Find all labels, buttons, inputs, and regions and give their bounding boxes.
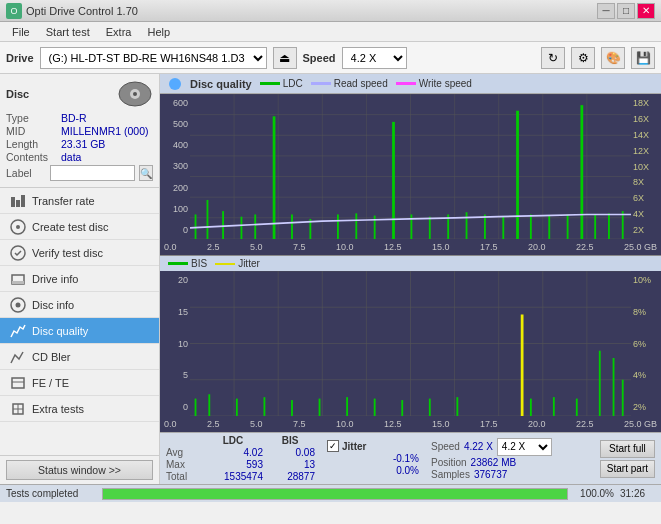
menu-file[interactable]: File — [4, 24, 38, 40]
verify-disc-icon — [10, 245, 26, 261]
svg-rect-91 — [553, 397, 555, 416]
speed-stat-select[interactable]: 4.2 X — [497, 438, 552, 456]
y1-label-600: 600 — [173, 98, 188, 108]
svg-rect-38 — [207, 200, 209, 239]
svg-rect-39 — [222, 211, 224, 239]
maximize-button[interactable]: □ — [617, 3, 635, 19]
svg-rect-93 — [599, 351, 601, 416]
legend-write-label: Write speed — [419, 78, 472, 89]
svg-rect-41 — [254, 214, 256, 239]
avg-ldc: 4.02 — [203, 447, 263, 458]
create-disc-icon — [10, 219, 26, 235]
drive-select[interactable]: (G:) HL-DT-ST BD-RE WH16NS48 1.D3 — [40, 47, 267, 69]
eject-button[interactable]: ⏏ — [273, 47, 297, 69]
chart1-y-axis-right: 18X 16X 14X 12X 10X 8X 6X 4X 2X — [631, 94, 661, 239]
app-icon: O — [6, 3, 22, 19]
menu-start-test[interactable]: Start test — [38, 24, 98, 40]
fe-te-icon — [10, 375, 26, 391]
sidebar-item-disc-info[interactable]: Disc info — [0, 292, 159, 318]
svg-rect-87 — [429, 399, 431, 416]
sidebar-item-drive-info[interactable]: Drive info — [0, 266, 159, 292]
status-window-button[interactable]: Status window >> — [6, 460, 153, 480]
total-ldc: 1535474 — [203, 471, 263, 482]
y1-label-0: 0 — [183, 225, 188, 235]
speed-label: Speed — [303, 52, 336, 64]
nav-label-verify-test-disc: Verify test disc — [32, 247, 103, 259]
content-area: Disc quality LDC Read speed Write speed … — [160, 74, 661, 484]
disc-quality-icon — [10, 323, 26, 339]
status-text: Tests completed — [6, 488, 96, 499]
svg-rect-48 — [392, 122, 395, 239]
menu-extra[interactable]: Extra — [98, 24, 140, 40]
samples-label: Samples — [431, 469, 470, 480]
svg-rect-88 — [456, 397, 458, 416]
y2r-6pct: 6% — [633, 339, 659, 349]
nav-label-transfer-rate: Transfer rate — [32, 195, 95, 207]
save-button[interactable]: 💾 — [631, 47, 655, 69]
svg-rect-53 — [484, 214, 486, 239]
svg-rect-3 — [11, 197, 15, 207]
speed-stat-value: 4.22 X — [464, 441, 493, 452]
write-color — [396, 82, 416, 85]
sidebar-item-cd-bler[interactable]: CD Bler — [0, 344, 159, 370]
label-input[interactable] — [50, 165, 135, 181]
legend-bis: BIS — [168, 258, 207, 269]
legend-jitter: Jitter — [215, 258, 260, 269]
svg-point-2 — [133, 92, 137, 96]
y1r-10x: 10X — [633, 162, 659, 172]
sidebar-item-verify-test-disc[interactable]: Verify test disc — [0, 240, 159, 266]
nav-label-fe-te: FE / TE — [32, 377, 69, 389]
sidebar-item-extra-tests[interactable]: Extra tests — [0, 396, 159, 422]
label-icon-button[interactable]: 🔍 — [139, 165, 153, 181]
legend-jitter-label: Jitter — [238, 258, 260, 269]
app-title: Opti Drive Control 1.70 — [26, 5, 138, 17]
svg-rect-78 — [195, 399, 197, 416]
disc-info-icon — [10, 297, 26, 313]
svg-rect-89 — [521, 315, 524, 417]
sidebar-item-disc-quality[interactable]: Disc quality — [0, 318, 159, 344]
jitter-checkbox[interactable]: ✓ — [327, 440, 339, 452]
svg-rect-86 — [401, 400, 403, 416]
y2r-8pct: 8% — [633, 307, 659, 317]
menu-help[interactable]: Help — [139, 24, 178, 40]
mid-value: MILLENMR1 (000) — [61, 125, 153, 137]
nav-items: Transfer rate Create test disc Verify te… — [0, 188, 159, 455]
chart1-main — [190, 94, 631, 239]
svg-point-12 — [16, 302, 21, 307]
type-label: Type — [6, 112, 61, 124]
stats-bar: LDC BIS Avg 4.02 0.08 Max 593 13 Total 1… — [160, 432, 661, 484]
y1r-6x: 6X — [633, 193, 659, 203]
length-label: Length — [6, 138, 61, 150]
svg-rect-50 — [429, 217, 431, 239]
refresh-button[interactable]: ↻ — [541, 47, 565, 69]
disc-panel: Disc Type BD-R MID MILLENMR1 (000) Lengt… — [0, 74, 159, 188]
jitter-header: Jitter — [342, 441, 366, 452]
label-label: Label — [6, 167, 46, 179]
max-ldc: 593 — [203, 459, 263, 470]
sidebar-item-fe-te[interactable]: FE / TE — [0, 370, 159, 396]
svg-rect-10 — [12, 281, 24, 284]
avg-bis: 0.08 — [265, 447, 315, 458]
sidebar-item-create-test-disc[interactable]: Create test disc — [0, 214, 159, 240]
start-part-button[interactable]: Start part — [600, 460, 655, 478]
disc-icon — [117, 80, 153, 108]
close-button[interactable]: ✕ — [637, 3, 655, 19]
ldc-col-header: LDC — [203, 435, 263, 446]
y1-label-500: 500 — [173, 119, 188, 129]
read-color — [311, 82, 331, 85]
start-buttons: Start full Start part — [600, 440, 655, 478]
minimize-button[interactable]: ─ — [597, 3, 615, 19]
y1r-12x: 12X — [633, 146, 659, 156]
svg-rect-85 — [374, 399, 376, 416]
y2-label-10: 10 — [178, 339, 188, 349]
cd-bler-icon — [10, 349, 26, 365]
speed-select[interactable]: 4.2 X — [342, 47, 407, 69]
legend-bis-label: BIS — [191, 258, 207, 269]
color-button[interactable]: 🎨 — [601, 47, 625, 69]
sidebar-item-transfer-rate[interactable]: Transfer rate — [0, 188, 159, 214]
bis-color — [168, 262, 188, 265]
mid-label: MID — [6, 125, 61, 137]
settings-button[interactable]: ⚙ — [571, 47, 595, 69]
content-header: Disc quality LDC Read speed Write speed — [160, 74, 661, 94]
start-full-button[interactable]: Start full — [600, 440, 655, 458]
